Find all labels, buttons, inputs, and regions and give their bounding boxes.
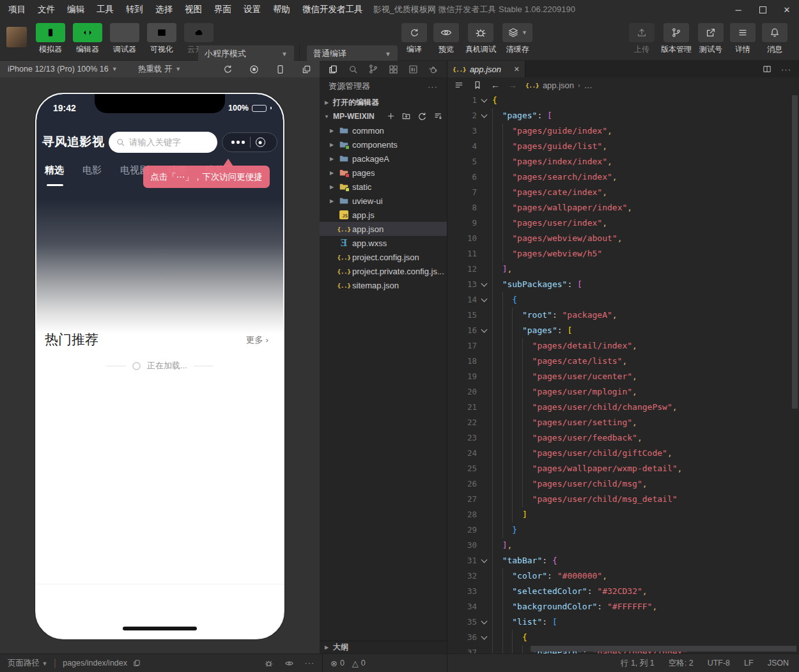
npm-icon[interactable] xyxy=(408,64,419,75)
code-line-4[interactable]: 4"pages/guide/list", xyxy=(447,139,799,154)
tree-item-uview-ui[interactable]: ▶uview-ui xyxy=(320,194,447,208)
tree-item-static[interactable]: ▶static xyxy=(320,180,447,194)
menu-设置[interactable]: 设置 xyxy=(244,4,261,15)
close-icon[interactable]: ✕ xyxy=(514,65,520,74)
list-icon[interactable] xyxy=(454,80,464,90)
action-测试号[interactable]: 测试号 xyxy=(698,23,724,55)
action-编译[interactable]: 编译 xyxy=(401,23,427,55)
outline-section[interactable]: ▶ 大纲 xyxy=(320,641,447,653)
menu-文件[interactable]: 文件 xyxy=(38,4,55,15)
tree-item-app.js[interactable]: JSapp.js xyxy=(320,208,447,222)
tree-item-project.private.config.js...[interactable]: {..}project.private.config.js... xyxy=(320,264,447,278)
collapse-all-icon[interactable] xyxy=(433,111,443,122)
more-actions-icon[interactable]: ··· xyxy=(305,659,315,668)
fold-chevron-icon[interactable] xyxy=(477,93,492,108)
code-line-7[interactable]: 7"pages/cate/index", xyxy=(447,185,799,200)
fold-chevron-icon[interactable] xyxy=(477,277,492,292)
more-actions-icon[interactable]: ··· xyxy=(428,82,438,91)
code-line-34[interactable]: 34"backgroundColor": "#FFFFFF", xyxy=(447,599,799,614)
user-avatar[interactable] xyxy=(6,27,27,47)
code-line-23[interactable]: 23"pages/user/feedback", xyxy=(447,430,799,446)
more-dots-icon[interactable] xyxy=(231,141,245,144)
files-icon[interactable] xyxy=(328,64,339,75)
code-line-27[interactable]: 27"pages/user/child/msg_detail" xyxy=(447,492,799,507)
new-file-icon[interactable] xyxy=(386,111,396,122)
toolbar-button-模拟器[interactable]: 模拟器 xyxy=(35,23,66,55)
code-line-8[interactable]: 8"pages/wallpaper/index", xyxy=(447,200,799,215)
code-line-18[interactable]: 18"pages/cate/lists", xyxy=(447,354,799,369)
eol-setting[interactable]: LF xyxy=(744,659,754,668)
code-line-12[interactable]: 12], xyxy=(447,262,799,277)
code-line-15[interactable]: 15"root": "packageA", xyxy=(447,308,799,323)
indentation-setting[interactable]: 空格: 2 xyxy=(669,658,694,669)
phone-tab-精选[interactable]: 精选 xyxy=(45,164,64,176)
toolbar-button-可视化[interactable]: 可视化 xyxy=(146,23,177,55)
project-root-section[interactable]: ▼ MP-WEIXIN xyxy=(320,109,447,123)
code-line-31[interactable]: 31"tabBar": { xyxy=(447,553,799,568)
breadcrumb[interactable]: {..} app.json › … xyxy=(525,81,593,90)
action-预览[interactable]: 预览 xyxy=(433,23,459,55)
menu-工具[interactable]: 工具 xyxy=(97,4,114,15)
action-消息[interactable]: 消息 xyxy=(762,23,787,55)
more-actions-icon[interactable]: ··· xyxy=(781,65,791,74)
code-line-36[interactable]: 36{ xyxy=(447,630,799,645)
fold-chevron-icon[interactable] xyxy=(477,108,492,123)
search-icon[interactable] xyxy=(348,64,359,75)
refresh-icon[interactable] xyxy=(417,111,428,122)
tree-item-project.config.json[interactable]: {..}project.config.json xyxy=(320,250,447,264)
action-版本管理[interactable]: 版本管理 xyxy=(661,23,692,55)
tree-item-app.json[interactable]: {..}app.json xyxy=(320,222,447,236)
tab-app-json[interactable]: {..} app.json ✕ xyxy=(447,61,525,77)
encoding-setting[interactable]: UTF-8 xyxy=(708,659,730,668)
code-line-35[interactable]: 35"list": [ xyxy=(447,614,799,630)
bookmark-icon[interactable] xyxy=(472,80,483,90)
code-line-1[interactable]: 1{ xyxy=(447,93,799,108)
action-真机调试[interactable]: 真机调试 xyxy=(465,23,496,55)
tree-item-app.wxss[interactable]: Ǝapp.wxss xyxy=(320,236,447,250)
tree-item-sitemap.json[interactable]: {..}sitemap.json xyxy=(320,278,447,292)
search-input[interactable]: 请输入关键字 xyxy=(109,132,217,153)
code-line-14[interactable]: 14{ xyxy=(447,292,799,308)
fold-chevron-icon[interactable] xyxy=(477,553,492,568)
vertical-scrollbar[interactable] xyxy=(792,95,798,409)
tree-item-components[interactable]: ▶components xyxy=(320,137,447,152)
code-line-24[interactable]: 24"pages/user/child/giftCode", xyxy=(447,446,799,461)
home-indicator[interactable] xyxy=(123,627,197,630)
tree-item-common[interactable]: ▶common xyxy=(320,123,447,137)
mode-dropdown[interactable]: 小程序模式 ▼ xyxy=(198,45,294,62)
fold-chevron-icon[interactable] xyxy=(477,614,492,630)
code-line-3[interactable]: 3"pages/guide/index", xyxy=(447,123,799,139)
tree-item-pages[interactable]: ▶pages xyxy=(320,166,447,180)
code-line-13[interactable]: 13"subPackages": [ xyxy=(447,277,799,292)
split-editor-icon[interactable] xyxy=(762,64,772,74)
language-mode[interactable]: JSON xyxy=(768,659,789,668)
code-line-30[interactable]: 30], xyxy=(447,538,799,553)
cursor-position[interactable]: 行 1, 列 1 xyxy=(621,658,655,669)
fold-chevron-icon[interactable] xyxy=(477,323,492,338)
code-line-19[interactable]: 19"pages/user/ucenter", xyxy=(447,369,799,384)
open-editors-section[interactable]: ▶ 打开的编辑器 xyxy=(320,95,447,109)
code-line-21[interactable]: 21"pages/user/child/changePsw", xyxy=(447,400,799,415)
restart-icon[interactable] xyxy=(222,64,233,75)
code-line-10[interactable]: 10"pages/webview/about", xyxy=(447,231,799,246)
code-line-20[interactable]: 20"pages/user/mplogin", xyxy=(447,384,799,400)
exit-target-icon[interactable] xyxy=(256,137,265,147)
toolbar-button-编辑器[interactable]: 编辑器 xyxy=(72,23,103,55)
device-selector[interactable]: iPhone 12/13 (Pro) 100% 16 ▼ xyxy=(8,65,118,74)
stop-icon[interactable] xyxy=(249,64,260,75)
page-path-selector[interactable]: 页面路径 ▼ xyxy=(8,658,47,669)
back-arrow-icon[interactable]: ← xyxy=(491,80,500,90)
preview-eye-icon[interactable] xyxy=(284,659,294,668)
hot-reload-toggle[interactable]: 热重载 开 ▼ xyxy=(138,64,181,75)
menu-帮助[interactable]: 帮助 xyxy=(273,4,290,15)
vconsole-bug-icon[interactable] xyxy=(264,659,274,668)
git-icon[interactable] xyxy=(368,63,379,75)
menu-转到[interactable]: 转到 xyxy=(126,4,143,15)
code-line-11[interactable]: 11"pages/webview/h5" xyxy=(447,246,799,262)
menu-视图[interactable]: 视图 xyxy=(185,4,202,15)
compile-mode-dropdown[interactable]: 普通编译 ▼ xyxy=(307,45,398,62)
fold-chevron-icon[interactable] xyxy=(477,630,492,645)
maximize-button[interactable] xyxy=(750,0,775,19)
minimize-button[interactable]: ─ xyxy=(726,0,750,19)
code-line-9[interactable]: 9"pages/user/index", xyxy=(447,215,799,231)
